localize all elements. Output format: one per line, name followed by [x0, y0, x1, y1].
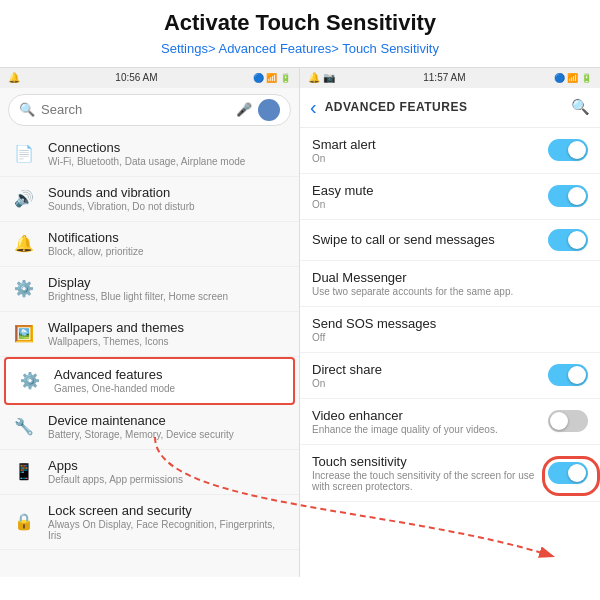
- toggle-knob: [568, 366, 586, 384]
- left-status-icons: 🔵 📶 🔋: [253, 73, 291, 83]
- setting-title: Swipe to call or send messages: [312, 232, 538, 247]
- menu-item-text: Lock screen and securityAlways On Displa…: [48, 503, 289, 541]
- menu-item-title: Wallpapers and themes: [48, 320, 289, 335]
- menu-item-subtitle: Always On Display, Face Recognition, Fin…: [48, 519, 289, 541]
- setting-title: Dual Messenger: [312, 270, 588, 285]
- toggle-knob: [568, 464, 586, 482]
- menu-item-subtitle: Wi-Fi, Bluetooth, Data usage, Airplane m…: [48, 156, 289, 167]
- menu-item-lock-screen-and-security[interactable]: 🔒Lock screen and securityAlways On Displ…: [0, 495, 299, 550]
- setting-subtitle: On: [312, 199, 538, 210]
- left-status-bar: 🔔 10:56 AM 🔵 📶 🔋: [0, 68, 299, 88]
- setting-subtitle: Use two separate accounts for the same a…: [312, 286, 588, 297]
- setting-text: Direct shareOn: [312, 362, 538, 389]
- menu-item-advanced-features[interactable]: ⚙️Advanced featuresGames, One-handed mod…: [4, 357, 295, 405]
- setting-item-swipe-to-call-or-send-messages[interactable]: Swipe to call or send messages: [300, 220, 600, 261]
- menu-item-connections[interactable]: 📄ConnectionsWi-Fi, Bluetooth, Data usage…: [0, 132, 299, 177]
- menu-item-icon: 🔧: [10, 413, 38, 441]
- setting-item-touch-sensitivity[interactable]: Touch sensitivityIncrease the touch sens…: [300, 445, 600, 502]
- menu-item-text: Sounds and vibrationSounds, Vibration, D…: [48, 185, 289, 212]
- settings-list: Smart alertOnEasy muteOnSwipe to call or…: [300, 128, 600, 577]
- left-status-time: 10:56 AM: [115, 72, 157, 83]
- menu-item-icon: ⚙️: [16, 367, 44, 395]
- menu-item-sounds-and-vibration[interactable]: 🔊Sounds and vibrationSounds, Vibration, …: [0, 177, 299, 222]
- menu-item-wallpapers-and-themes[interactable]: 🖼️Wallpapers and themesWallpapers, Theme…: [0, 312, 299, 357]
- left-status-icon: 🔔: [8, 72, 20, 83]
- right-header: ‹ ADVANCED FEATURES 🔍: [300, 88, 600, 128]
- right-status-time: 11:57 AM: [423, 72, 465, 83]
- menu-item-icon: 📄: [10, 140, 38, 168]
- right-header-title: ADVANCED FEATURES: [325, 100, 563, 114]
- toggle-direct-share[interactable]: [548, 364, 588, 386]
- setting-item-send-sos-messages[interactable]: Send SOS messagesOff: [300, 307, 600, 353]
- toggle-smart-alert[interactable]: [548, 139, 588, 161]
- menu-item-title: Advanced features: [54, 367, 283, 382]
- menu-item-icon: 📱: [10, 458, 38, 486]
- back-button[interactable]: ‹: [310, 96, 317, 119]
- menu-item-text: Wallpapers and themesWallpapers, Themes,…: [48, 320, 289, 347]
- menu-item-icon: 🔊: [10, 185, 38, 213]
- menu-item-icon: ⚙️: [10, 275, 38, 303]
- menu-item-subtitle: Sounds, Vibration, Do not disturb: [48, 201, 289, 212]
- setting-text: Smart alertOn: [312, 137, 538, 164]
- menu-item-title: Display: [48, 275, 289, 290]
- left-panel: 🔔 10:56 AM 🔵 📶 🔋 🔍 🎤 📄ConnectionsWi-Fi, …: [0, 68, 300, 577]
- toggle-knob: [568, 231, 586, 249]
- menu-item-text: DisplayBrightness, Blue light filter, Ho…: [48, 275, 289, 302]
- menu-item-apps[interactable]: 📱AppsDefault apps, App permissions: [0, 450, 299, 495]
- menu-item-text: AppsDefault apps, App permissions: [48, 458, 289, 485]
- setting-text: Easy muteOn: [312, 183, 538, 210]
- menu-item-subtitle: Wallpapers, Themes, Icons: [48, 336, 289, 347]
- main-title: Activate Touch Sensitivity: [20, 10, 580, 36]
- setting-title: Video enhancer: [312, 408, 538, 423]
- setting-item-smart-alert[interactable]: Smart alertOn: [300, 128, 600, 174]
- menu-item-text: Device maintenanceBattery, Storage, Memo…: [48, 413, 289, 440]
- setting-subtitle: On: [312, 153, 538, 164]
- right-status-bar: 🔔 📷 11:57 AM 🔵 📶 🔋: [300, 68, 600, 88]
- mic-icon[interactable]: 🎤: [236, 102, 252, 117]
- setting-title: Smart alert: [312, 137, 538, 152]
- setting-text: Video enhancerEnhance the image quality …: [312, 408, 538, 435]
- menu-item-title: Apps: [48, 458, 289, 473]
- setting-title: Easy mute: [312, 183, 538, 198]
- setting-item-direct-share[interactable]: Direct shareOn: [300, 353, 600, 399]
- menu-item-title: Sounds and vibration: [48, 185, 289, 200]
- setting-title: Send SOS messages: [312, 316, 588, 331]
- search-icon-right[interactable]: 🔍: [571, 98, 590, 116]
- setting-subtitle: Off: [312, 332, 588, 343]
- toggle-knob: [568, 141, 586, 159]
- menu-item-title: Lock screen and security: [48, 503, 289, 518]
- setting-item-easy-mute[interactable]: Easy muteOn: [300, 174, 600, 220]
- menu-item-title: Device maintenance: [48, 413, 289, 428]
- search-bar[interactable]: 🔍 🎤: [8, 94, 291, 126]
- setting-subtitle: On: [312, 378, 538, 389]
- menu-item-title: Notifications: [48, 230, 289, 245]
- setting-text: Send SOS messagesOff: [312, 316, 588, 343]
- menu-item-icon: 🖼️: [10, 320, 38, 348]
- toggle-video-enhancer[interactable]: [548, 410, 588, 432]
- setting-item-video-enhancer[interactable]: Video enhancerEnhance the image quality …: [300, 399, 600, 445]
- title-section: Activate Touch Sensitivity Settings> Adv…: [0, 0, 600, 67]
- menu-item-subtitle: Battery, Storage, Memory, Device securit…: [48, 429, 289, 440]
- setting-item-dual-messenger[interactable]: Dual MessengerUse two separate accounts …: [300, 261, 600, 307]
- menu-item-icon: 🔒: [10, 508, 38, 536]
- menu-item-icon: 🔔: [10, 230, 38, 258]
- menu-item-device-maintenance[interactable]: 🔧Device maintenanceBattery, Storage, Mem…: [0, 405, 299, 450]
- toggle-knob: [550, 412, 568, 430]
- menu-list: 📄ConnectionsWi-Fi, Bluetooth, Data usage…: [0, 132, 299, 577]
- right-status-icons: 🔵 📶 🔋: [554, 73, 592, 83]
- setting-text: Swipe to call or send messages: [312, 232, 538, 247]
- search-input[interactable]: [41, 102, 230, 117]
- setting-text: Touch sensitivityIncrease the touch sens…: [312, 454, 538, 492]
- menu-item-notifications[interactable]: 🔔NotificationsBlock, allow, prioritize: [0, 222, 299, 267]
- toggle-swipe-to-call-or-send-messages[interactable]: [548, 229, 588, 251]
- subtitle-link[interactable]: Settings> Advanced Features> Touch Sensi…: [20, 40, 580, 58]
- menu-item-subtitle: Games, One-handed mode: [54, 383, 283, 394]
- menu-item-display[interactable]: ⚙️DisplayBrightness, Blue light filter, …: [0, 267, 299, 312]
- panels-container: 🔔 10:56 AM 🔵 📶 🔋 🔍 🎤 📄ConnectionsWi-Fi, …: [0, 67, 600, 577]
- right-status-icon: 🔔 📷: [308, 72, 335, 83]
- setting-title: Touch sensitivity: [312, 454, 538, 469]
- menu-item-text: ConnectionsWi-Fi, Bluetooth, Data usage,…: [48, 140, 289, 167]
- toggle-easy-mute[interactable]: [548, 185, 588, 207]
- toggle-touch-sensitivity[interactable]: [548, 462, 588, 484]
- setting-title: Direct share: [312, 362, 538, 377]
